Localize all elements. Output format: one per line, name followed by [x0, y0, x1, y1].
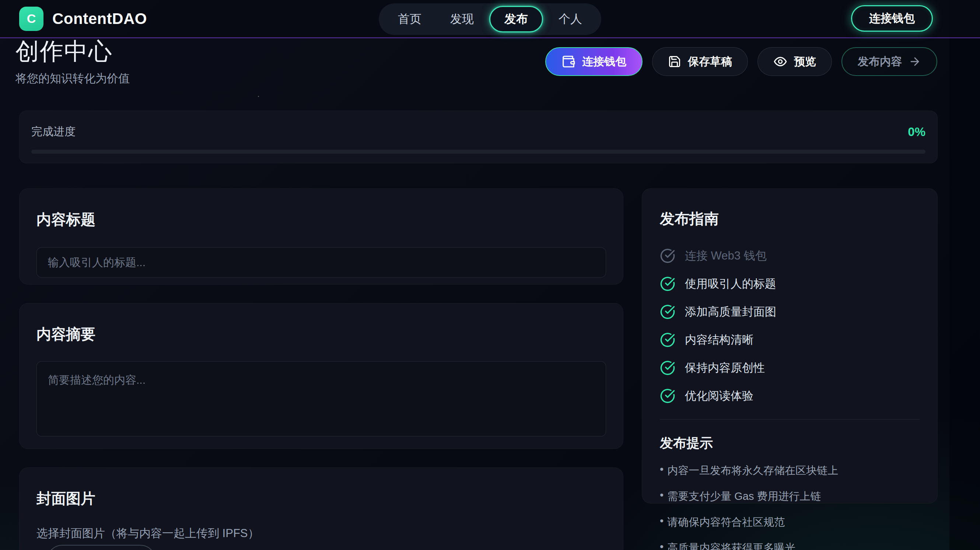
nav-item-discover[interactable]: 发现 — [437, 6, 487, 32]
tip-text: 请确保内容符合社区规范 — [667, 515, 785, 530]
eye-icon — [773, 54, 788, 69]
tip-text: 需要支付少量 Gas 费用进行上链 — [667, 489, 821, 504]
page-subtitle: 将您的知识转化为价值 — [16, 71, 130, 86]
check-circle-icon — [660, 332, 675, 348]
content-summary-heading: 内容摘要 — [37, 324, 606, 344]
tip-row: • 请确保内容符合社区规范 — [660, 515, 920, 530]
main-nav: 首页 发现 发布 个人 — [379, 3, 601, 35]
bullet: • — [660, 515, 663, 530]
wallet-icon — [562, 54, 576, 69]
check-circle-icon — [660, 276, 675, 292]
tip-row: • 内容一旦发布将永久存储在区块链上 — [660, 463, 920, 478]
cover-image-description: 选择封面图片（将与内容一起上传到 IPFS） — [37, 526, 606, 541]
check-circle-icon — [660, 360, 675, 376]
tip-text: 高质量内容将获得更多曝光 — [667, 541, 795, 550]
bullet: • — [660, 489, 663, 504]
brand[interactable]: C ContentDAO — [19, 6, 147, 31]
content-title-heading: 内容标题 — [37, 209, 606, 230]
publish-guide-card: 发布指南 连接 Web3 钱包 使用吸引人的标题 添加高质量封面图 — [642, 188, 938, 504]
check-circle-icon — [660, 304, 675, 320]
progress-track — [31, 150, 926, 154]
guide-item-cover: 添加高质量封面图 — [660, 304, 920, 320]
connect-wallet-button[interactable]: 连接钱包 — [545, 47, 643, 76]
page-background: C ContentDAO 首页 发现 发布 个人 连接钱包 创作中心 将您的知识… — [0, 0, 980, 550]
save-draft-button[interactable]: 保存草稿 — [652, 47, 748, 76]
check-circle-icon — [660, 388, 675, 404]
progress-card: 完成进度 0% — [19, 111, 938, 163]
check-circle-icon — [660, 248, 675, 263]
connect-wallet-nav-button[interactable]: 连接钱包 — [851, 5, 933, 32]
guide-item-label: 优化阅读体验 — [685, 388, 753, 404]
nav-item-home[interactable]: 首页 — [385, 6, 435, 32]
arrow-right-icon — [908, 55, 921, 68]
page-title: 创作中心 — [16, 35, 113, 67]
content-title-card: 内容标题 — [19, 188, 624, 285]
guide-item-title: 使用吸引人的标题 — [660, 276, 920, 292]
guide-item-label: 添加高质量封面图 — [685, 304, 776, 320]
preview-button[interactable]: 预览 — [757, 47, 832, 76]
save-icon — [668, 55, 681, 68]
guide-item-structure: 内容结构清晰 — [660, 332, 920, 348]
content-summary-textarea[interactable] — [37, 361, 606, 437]
content-title-input[interactable] — [37, 247, 606, 277]
right-edge-dim-strip — [950, 0, 980, 550]
guide-item-label: 使用吸引人的标题 — [685, 276, 776, 292]
tip-row: • 需要支付少量 Gas 费用进行上链 — [660, 489, 920, 504]
cover-select-button[interactable] — [47, 545, 156, 550]
guide-item-label: 内容结构清晰 — [685, 332, 753, 348]
progress-value: 0% — [908, 125, 926, 139]
save-draft-label: 保存草稿 — [688, 54, 732, 69]
guide-divider — [660, 419, 920, 419]
guide-item-connect-wallet: 连接 Web3 钱包 — [660, 248, 920, 263]
nav-item-publish[interactable]: 发布 — [489, 6, 543, 32]
publish-tips-heading: 发布提示 — [660, 434, 920, 452]
top-navigation-bar: C ContentDAO 首页 发现 发布 个人 连接钱包 — [0, 0, 980, 38]
brand-name: ContentDAO — [52, 10, 147, 28]
publish-label: 发布内容 — [858, 54, 902, 69]
publish-guide-list: 连接 Web3 钱包 使用吸引人的标题 添加高质量封面图 内容结构清晰 — [660, 248, 920, 404]
progress-label: 完成进度 — [31, 124, 76, 139]
guide-item-label: 保持内容原创性 — [685, 360, 765, 376]
starfield-decoration — [258, 96, 259, 97]
bullet: • — [660, 541, 663, 550]
tip-row: • 高质量内容将获得更多曝光 — [660, 541, 920, 550]
publish-button[interactable]: 发布内容 — [842, 47, 937, 76]
preview-label: 预览 — [794, 54, 816, 69]
tip-text: 内容一旦发布将永久存储在区块链上 — [667, 463, 838, 478]
nav-item-profile[interactable]: 个人 — [545, 6, 595, 32]
guide-item-readability: 优化阅读体验 — [660, 388, 920, 404]
connect-wallet-label: 连接钱包 — [582, 54, 626, 69]
content-summary-card: 内容摘要 — [19, 303, 624, 449]
cover-image-heading: 封面图片 — [37, 488, 606, 509]
header-actions: 连接钱包 保存草稿 预览 发布内容 — [545, 47, 937, 76]
cover-image-card: 封面图片 选择封面图片（将与内容一起上传到 IPFS） — [19, 467, 624, 550]
contentdao-logo-icon: C — [19, 6, 43, 31]
guide-item-label: 连接 Web3 钱包 — [685, 248, 767, 263]
guide-item-originality: 保持内容原创性 — [660, 360, 920, 376]
bullet: • — [660, 463, 663, 478]
publish-guide-heading: 发布指南 — [660, 209, 920, 229]
